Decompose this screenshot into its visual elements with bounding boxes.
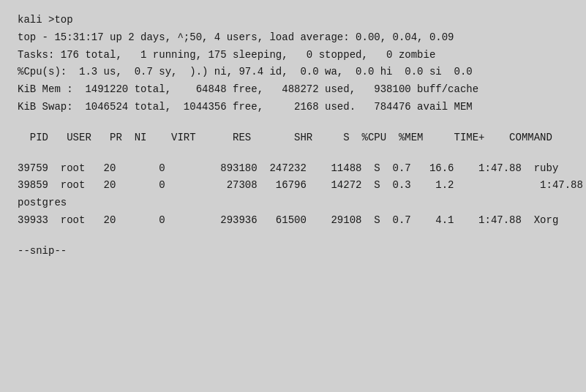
table-row: 39859 root 20 0 27308 16796 14272 S 0.3 … — [18, 177, 568, 195]
spacer1 — [18, 116, 568, 129]
table-header: PID USER PR NI VIRT RES SHR S %CPU %MEM … — [18, 129, 568, 147]
cpu-line: %Cpu(s): 1.3 us, 0.7 sy, ).) ni, 97.4 id… — [18, 64, 568, 81]
spacer3 — [18, 230, 568, 243]
tasks-line: Tasks: 176 total, 1 running, 175 sleepin… — [18, 47, 568, 64]
table-row: 39933 root 20 0 293936 61500 29108 S 0.7… — [18, 212, 568, 230]
terminal-container: kali >top top - 15:31:17 up 2 days, ^;50… — [18, 12, 568, 260]
swap-line: KiB Swap: 1046524 total, 1044356 free, 2… — [18, 99, 568, 116]
table-row: 39759 root 20 0 893180 247232 11488 S 0.… — [18, 160, 568, 178]
prompt-line: kali >top — [18, 12, 568, 29]
top-time-line: top - 15:31:17 up 2 days, ^;50, 4 users,… — [18, 29, 568, 47]
snip-line: --snip-- — [18, 243, 568, 260]
mem-line: KiB Mem : 1491220 total, 64848 free, 488… — [18, 81, 568, 99]
spacer2 — [18, 147, 568, 160]
table-row: postgres — [18, 195, 568, 212]
